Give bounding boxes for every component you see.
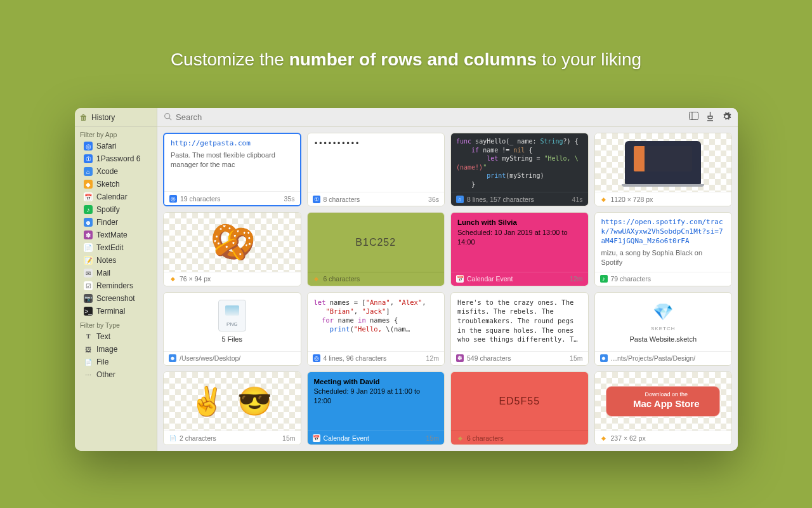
quote-text: Here's to the crazy ones. The misfits. T… — [451, 293, 588, 351]
app-icon: ♪ — [84, 205, 93, 214]
safari-icon: ◎ — [169, 195, 177, 203]
sketch-file-icon: 💎 — [650, 299, 676, 324]
card-screenshot-image[interactable]: ◆ 1120 × 728 px — [594, 133, 733, 206]
sidebar-type-file[interactable]: 📄File — [75, 356, 157, 368]
app-icon: 📅 — [84, 192, 93, 201]
app-label: Notes — [96, 256, 116, 265]
sidebar-section-type: Filter by Type — [75, 318, 157, 330]
sidebar-type-image[interactable]: 🖼Image — [75, 343, 157, 356]
sidebar-app-safari[interactable]: ◎Safari — [75, 140, 157, 152]
sidebar-app-terminal[interactable]: >_Terminal — [75, 305, 157, 318]
mac-app-store-button: Download on the Mac App Store — [606, 386, 720, 417]
sidebar-app-1password-6[interactable]: ①1Password 6 — [75, 152, 157, 165]
event-schedule: Scheduled: 9 Jan 2019 at 11:00 to 12:00 — [314, 387, 438, 406]
event-schedule: Scheduled: 10 Jan 2019 at 13:00 to 14:00 — [457, 228, 582, 247]
sidebar-app-notes[interactable]: 📝Notes — [75, 254, 157, 267]
sketch-icon: ◆ — [600, 196, 608, 203]
finder-icon: ☻ — [600, 354, 608, 362]
card-sketch-file[interactable]: 💎 SKETCH Pasta Website.sketch ☻ …nts/Pro… — [594, 292, 733, 366]
sidebar-app-textmate[interactable]: ✽TextMate — [75, 229, 157, 241]
sidebar-app-screenshot[interactable]: 📷Screenshot — [75, 292, 157, 305]
app-icon: ☑ — [84, 281, 93, 290]
app-label: Reminders — [96, 281, 133, 290]
code-snippet: func sayHello(_ name: String?) { if name… — [451, 133, 588, 192]
app-icon: >_ — [84, 307, 93, 316]
emoji-content: ✌️ 😎 — [190, 382, 275, 420]
app-window: 🗑 History Filter by App ◎Safari①1Passwor… — [75, 108, 738, 451]
image-thumb — [595, 133, 732, 192]
app-icon: ◆ — [84, 180, 93, 189]
sketch-icon: ◆ — [600, 434, 608, 442]
sidebar-history[interactable]: 🗑 History — [75, 108, 157, 127]
card-color-red[interactable]: ED5F55 ◆ 6 characters — [450, 371, 589, 445]
trash-icon: 🗑 — [80, 113, 88, 122]
finder-icon: ☻ — [169, 354, 176, 362]
svg-rect-2 — [690, 112, 698, 119]
sidebar-history-label: History — [91, 113, 115, 122]
textedit-icon: 📄 — [169, 434, 176, 442]
app-icon: ✽ — [84, 231, 93, 239]
card-url-getpasta[interactable]: http://getpasta.com Pasta. The most flex… — [163, 133, 301, 206]
app-icon: ✉ — [84, 269, 93, 277]
app-icon: ① — [84, 154, 93, 163]
card-color-green[interactable]: B1C252 ◆ 6 characters — [307, 212, 445, 286]
app-label: TextMate — [96, 231, 128, 239]
marketing-tagline: Customize the number of rows and columns… — [0, 0, 812, 70]
card-emoji[interactable]: ✌️ 😎 📄 2 characters 15m — [163, 371, 301, 445]
type-icon: ⋯ — [84, 370, 93, 379]
sidebar-app-reminders[interactable]: ☑Reminders — [75, 279, 157, 292]
card-code-names[interactable]: let names = ["Anna", "Alex", "Brian", "J… — [307, 292, 445, 366]
card-url: http://getpasta.com — [171, 139, 294, 149]
card-desc: Pasta. The most flexible clipboard manag… — [171, 150, 294, 170]
pin-icon[interactable] — [706, 112, 714, 123]
sidebar-type-list: 𝐓Text🖼Image📄File⋯Other — [75, 330, 157, 381]
sidebar-app-textedit[interactable]: 📄TextEdit — [75, 241, 157, 254]
app-icon: ☻ — [84, 218, 93, 227]
type-label: Text — [96, 332, 110, 341]
card-pasta-icon-image[interactable]: 🥨 ◆ 76 × 94 px — [163, 212, 301, 286]
sketch-icon: ◆ — [169, 275, 176, 283]
card-swift-code[interactable]: func sayHello(_ name: String?) { if name… — [450, 133, 589, 206]
sketch-filename: Pasta Website.sketch — [629, 335, 697, 344]
sidebar-toggle-icon[interactable] — [689, 112, 698, 123]
card-calendar-meeting[interactable]: Meeting with David Scheduled: 9 Jan 2019… — [307, 371, 445, 445]
svg-line-1 — [169, 117, 171, 119]
app-icon: 📄 — [84, 243, 93, 252]
sidebar-app-spotify[interactable]: ♪Spotify — [75, 203, 157, 216]
card-calendar-lunch[interactable]: Lunch with Silvia Scheduled: 10 Jan 2019… — [450, 212, 589, 286]
search-input[interactable] — [176, 112, 303, 122]
search-field[interactable] — [164, 112, 689, 123]
card-password[interactable]: •••••••••• ① 8 characters 36s — [307, 133, 445, 206]
sidebar-app-xcode[interactable]: ⌂Xcode — [75, 165, 157, 178]
pasta-icon: 🥨 — [204, 213, 261, 271]
app-label: Xcode — [96, 167, 118, 176]
app-label: Calendar — [96, 192, 128, 201]
app-label: Terminal — [96, 307, 125, 316]
gear-icon[interactable] — [722, 112, 731, 123]
card-spotify-url[interactable]: https://open.spotify.com/track/7wwUAXyxw… — [594, 212, 733, 286]
sidebar-app-calendar[interactable]: 📅Calendar — [75, 190, 157, 203]
sidebar-type-text[interactable]: 𝐓Text — [75, 330, 157, 343]
search-icon — [164, 112, 172, 123]
sketch-icon: ◆ — [456, 434, 464, 442]
app-label: 1Password 6 — [96, 154, 140, 163]
sidebar-type-other[interactable]: ⋯Other — [75, 368, 157, 381]
sidebar-app-mail[interactable]: ✉Mail — [75, 267, 157, 279]
type-icon: 📄 — [84, 358, 93, 366]
card-quote[interactable]: Here's to the crazy ones. The misfits. T… — [450, 292, 589, 366]
onepassword-icon: ① — [313, 196, 320, 203]
card-files[interactable]: PNG 5 Files ☻ /Users/wes/Desktop/ — [163, 292, 301, 366]
image-thumb: 🥨 — [164, 213, 301, 271]
card-appstore-image[interactable]: Download on the Mac App Store ◆ 237 × 62… — [594, 371, 733, 445]
sidebar-app-sketch[interactable]: ◆Sketch — [75, 178, 157, 190]
color-swatch: B1C252 — [308, 213, 445, 271]
xcode-icon: ⌂ — [456, 196, 464, 203]
toolbar — [157, 108, 738, 127]
spotify-icon: ♪ — [600, 275, 608, 283]
files-title: 5 Files — [222, 335, 242, 344]
app-icon: ⌂ — [84, 167, 93, 176]
app-label: Finder — [96, 218, 118, 227]
event-title: Meeting with David — [314, 377, 438, 387]
sidebar-app-finder[interactable]: ☻Finder — [75, 216, 157, 229]
calendar-icon: 📅 — [313, 434, 320, 442]
